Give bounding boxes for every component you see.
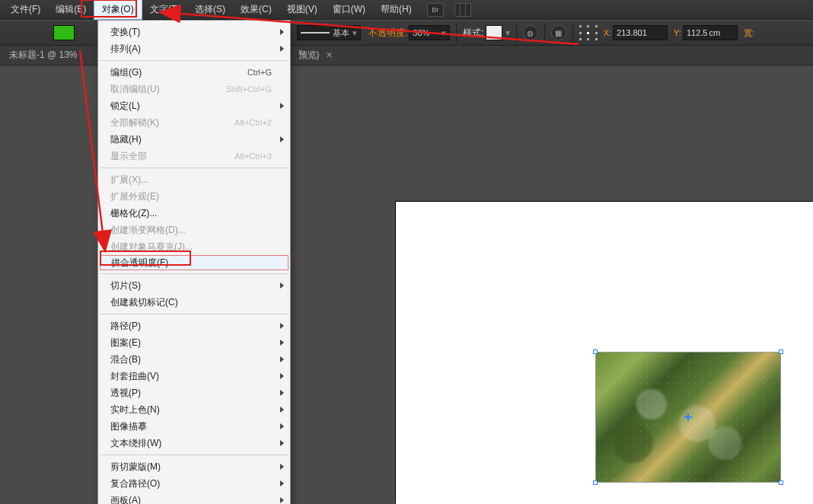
opacity-input[interactable]: 30%▾	[409, 25, 450, 40]
opacity-label: 不透明度:	[368, 27, 407, 40]
menu-help[interactable]: 帮助(H)	[373, 0, 419, 19]
align-icon[interactable]: ▦	[551, 25, 566, 40]
stroke-style-label: 基本	[333, 27, 349, 39]
menu-item: 扩展外观(E)	[98, 188, 290, 205]
menu-item-label: 显示全部	[110, 150, 147, 163]
menu-item[interactable]: 隐藏(H)	[98, 131, 290, 148]
style-label: 样式:	[463, 27, 483, 40]
menu-item-label: 全部解锁(K)	[110, 116, 159, 129]
document-tab-extra[interactable]: 预览)✕	[289, 46, 342, 65]
menu-item[interactable]: 剪切蒙版(M)	[98, 458, 290, 475]
menu-object[interactable]: 对象(O)	[94, 0, 142, 20]
submenu-arrow-icon	[280, 440, 284, 446]
menu-item-label: 变换(T)	[110, 26, 140, 39]
menu-item-label: 扩展(X)...	[110, 174, 148, 187]
menu-item[interactable]: 路径(P)	[98, 317, 290, 334]
submenu-arrow-icon	[280, 323, 284, 329]
placed-image[interactable]	[595, 352, 781, 483]
document-tab[interactable]: 未标题-1 @ 13%	[0, 46, 87, 65]
menu-window[interactable]: 窗口(W)	[325, 0, 373, 19]
submenu-arrow-icon	[280, 407, 284, 413]
submenu-arrow-icon	[280, 46, 284, 52]
menu-item-label: 透视(P)	[110, 387, 141, 400]
menu-item: 扩展(X)...	[98, 171, 290, 188]
menu-shortcut: Shift+Ctrl+G	[225, 85, 272, 94]
menubar: 文件(F) 编辑(E) 对象(O) 文字(T) 选择(S) 效果(C) 视图(V…	[0, 0, 813, 20]
reference-point-icon[interactable]	[579, 25, 598, 40]
width-label: 宽:	[744, 27, 754, 39]
menu-item-label: 创建裁切标记(C)	[110, 296, 178, 309]
menu-shortcut: Alt+Ctrl+2	[234, 118, 272, 127]
menu-type[interactable]: 文字(T)	[142, 0, 187, 19]
style-swatch[interactable]	[486, 25, 502, 40]
menu-item-label: 剪切蒙版(M)	[110, 461, 161, 474]
submenu-arrow-icon	[280, 464, 284, 470]
menu-item[interactable]: 创建裁切标记(C)	[98, 294, 290, 311]
menu-item-label: 实时上色(N)	[110, 404, 160, 416]
menu-item-label: 编组(G)	[110, 66, 142, 79]
close-icon[interactable]: ✕	[326, 50, 333, 59]
menu-item: 创建渐变网格(D)...	[98, 222, 290, 238]
submenu-arrow-icon	[280, 423, 284, 429]
menu-item[interactable]: 画板(A)	[98, 492, 290, 504]
menu-item[interactable]: 拼合透明度(F)...	[100, 255, 289, 270]
menu-item-label: 扩展外观(E)	[110, 190, 159, 203]
menu-item[interactable]: 变换(T)	[98, 24, 290, 40]
submenu-arrow-icon	[280, 356, 284, 362]
menu-item[interactable]: 图案(E)	[98, 334, 290, 351]
menu-item-label: 栅格化(Z)...	[110, 207, 157, 220]
menu-item[interactable]: 复合路径(O)	[98, 475, 290, 492]
menu-effect[interactable]: 效果(C)	[233, 0, 279, 19]
menu-item-label: 封套扭曲(V)	[110, 370, 159, 383]
menu-item[interactable]: 文本绕排(W)	[98, 435, 290, 451]
menu-item-label: 画板(A)	[110, 494, 141, 505]
menu-item-label: 切片(S)	[110, 279, 141, 292]
menu-select[interactable]: 选择(S)	[187, 0, 233, 19]
menu-item[interactable]: 排列(A)	[98, 40, 290, 57]
menu-item-label: 锁定(L)	[110, 100, 140, 113]
menu-item-label: 混合(B)	[110, 353, 141, 366]
menu-item: 显示全部Alt+Ctrl+3	[98, 148, 290, 164]
menu-file[interactable]: 文件(F)	[3, 0, 48, 19]
submenu-arrow-icon	[280, 373, 284, 379]
submenu-arrow-icon	[280, 136, 284, 142]
globe-icon[interactable]: ◍	[523, 25, 538, 40]
menu-edit[interactable]: 编辑(E)	[48, 0, 94, 19]
submenu-arrow-icon	[280, 497, 284, 503]
y-label: Y:	[674, 28, 681, 37]
submenu-arrow-icon	[280, 390, 284, 396]
layout-icon[interactable]	[454, 3, 471, 17]
submenu-arrow-icon	[280, 29, 284, 35]
bridge-icon[interactable]: Br	[427, 3, 444, 17]
y-input[interactable]: 112.5cm	[683, 25, 738, 40]
menu-item: 创建对象马赛克(J)...	[98, 238, 290, 255]
menu-item-label: 文本绕排(W)	[110, 437, 161, 450]
menu-item-label: 路径(P)	[110, 320, 141, 333]
submenu-arrow-icon	[280, 480, 284, 486]
object-menu-dropdown: 变换(T)排列(A)编组(G)Ctrl+G取消编组(U)Shift+Ctrl+G…	[97, 20, 291, 504]
stroke-style-select[interactable]: 基本▾	[297, 25, 361, 40]
menu-item[interactable]: 图像描摹	[98, 418, 290, 435]
menu-item[interactable]: 封套扭曲(V)	[98, 368, 290, 384]
x-label: X:	[604, 28, 611, 37]
menu-item[interactable]: 编组(G)Ctrl+G	[98, 64, 290, 81]
fill-swatch[interactable]	[53, 25, 75, 40]
menu-item-label: 隐藏(H)	[110, 133, 142, 146]
submenu-arrow-icon	[280, 340, 284, 346]
menu-item[interactable]: 切片(S)	[98, 277, 290, 294]
menu-item-label: 创建对象马赛克(J)...	[110, 241, 193, 254]
menu-item[interactable]: 锁定(L)	[98, 97, 290, 114]
menu-item-label: 拼合透明度(F)...	[111, 257, 176, 270]
menu-item[interactable]: 透视(P)	[98, 384, 290, 401]
menu-item[interactable]: 实时上色(N)	[98, 401, 290, 418]
menu-item-label: 复合路径(O)	[110, 477, 160, 490]
menu-item-label: 创建渐变网格(D)...	[110, 224, 186, 237]
menu-item: 全部解锁(K)Alt+Ctrl+2	[98, 114, 290, 131]
menu-item-label: 取消编组(U)	[110, 83, 160, 96]
menu-shortcut: Ctrl+G	[247, 68, 272, 77]
menu-item[interactable]: 混合(B)	[98, 351, 290, 368]
menu-item[interactable]: 栅格化(Z)...	[98, 205, 290, 222]
x-input[interactable]: 213.801	[613, 25, 668, 40]
menu-item-label: 排列(A)	[110, 43, 141, 56]
menu-view[interactable]: 视图(V)	[279, 0, 325, 19]
